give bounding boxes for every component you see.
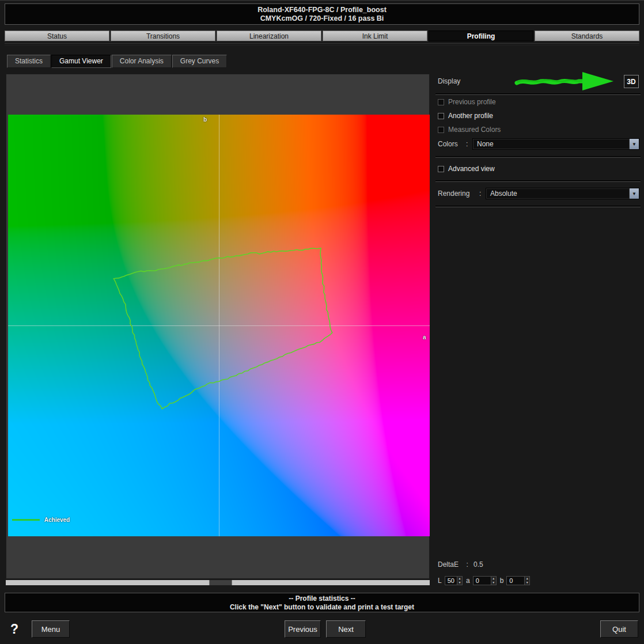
rendering-dropdown-arrow-icon[interactable]: ▼ (629, 188, 639, 199)
lab-input-row: L 50 ▲ ▼ a 0 ▲ ▼ b 0 ▲ ▼ (438, 576, 533, 585)
another-profile-label: Another profile (448, 112, 493, 120)
tab-bar-divider (5, 43, 639, 46)
another-profile-checkbox[interactable] (438, 113, 444, 119)
subtab-color-analysis[interactable]: Color Analysis (112, 55, 172, 68)
status-line1: -- Profile statistics -- (5, 594, 639, 603)
l-spin-up-icon[interactable]: ▲ (457, 577, 462, 581)
separator (435, 93, 641, 95)
l-label: L (438, 577, 442, 585)
l-spin-down-icon[interactable]: ▼ (457, 581, 462, 585)
status-bar: -- Profile statistics -- Click the "Next… (5, 593, 639, 612)
deltae-colon: : (466, 560, 468, 569)
b-input[interactable]: 0 ▲ ▼ (506, 576, 530, 585)
gamut-viewer-panel: b a Achieved (6, 74, 430, 579)
deltae-row: DeltaE : 0.5 (438, 560, 483, 569)
a-value[interactable]: 0 (473, 577, 491, 585)
view-3d-button[interactable]: 3D (624, 75, 639, 88)
tab-standards[interactable]: Standards (535, 31, 639, 41)
colors-colon: : (466, 140, 468, 148)
b-label: b (500, 577, 504, 585)
b-spinner: ▲ ▼ (524, 577, 529, 585)
tab-transitions[interactable]: Transitions (111, 31, 215, 41)
axis-b-label: b (203, 116, 207, 123)
measured-colors-checkbox[interactable] (438, 127, 444, 133)
advanced-view-checkbox-row[interactable]: Advanced view (438, 163, 495, 175)
main-tab-bar: Status Transitions Linearization Ink Lim… (5, 31, 639, 41)
help-icon[interactable]: ? (10, 622, 18, 637)
another-profile-checkbox-row[interactable]: Another profile (438, 110, 493, 122)
rendering-dropdown[interactable]: Absolute ▼ (486, 188, 639, 199)
next-button[interactable]: Next (326, 620, 366, 638)
colors-dropdown-value: None (477, 139, 494, 150)
deltae-label: DeltaE (438, 560, 459, 569)
tab-ink-limit[interactable]: Ink Limit (323, 31, 427, 41)
green-annotation-arrow-icon (514, 70, 617, 92)
rendering-colon: : (479, 190, 481, 198)
menu-button[interactable]: Menu (32, 620, 70, 638)
gamut-canvas[interactable] (8, 115, 430, 536)
colors-dropdown[interactable]: None ▼ (472, 138, 639, 150)
b-spin-down-icon[interactable]: ▼ (525, 581, 529, 585)
a-spinner: ▲ ▼ (491, 577, 496, 585)
subtab-statistics[interactable]: Statistics (7, 55, 51, 68)
sub-tab-bar: Statistics Gamut Viewer Color Analysis G… (7, 55, 227, 68)
status-line2: Click the "Next" button to validate and … (5, 603, 639, 612)
l-spinner: ▲ ▼ (457, 577, 462, 585)
colors-label: Colors (438, 140, 458, 148)
l-input[interactable]: 50 ▲ ▼ (445, 576, 463, 585)
separator (435, 180, 641, 182)
a-spin-down-icon[interactable]: ▼ (491, 581, 496, 585)
a-spin-up-icon[interactable]: ▲ (491, 577, 496, 581)
subtab-gamut-viewer[interactable]: Gamut Viewer (51, 55, 111, 68)
b-value[interactable]: 0 (507, 577, 524, 585)
advanced-view-checkbox[interactable] (438, 166, 444, 172)
measured-colors-checkbox-row[interactable]: Measured Colors (438, 124, 501, 135)
tab-profiling[interactable]: Profiling (429, 31, 533, 41)
previous-profile-checkbox-row[interactable]: Previous profile (438, 96, 496, 108)
l-value[interactable]: 50 (445, 577, 457, 585)
advanced-view-label: Advanced view (448, 165, 495, 173)
previous-button[interactable]: Previous (285, 620, 321, 638)
axis-a-label: a (423, 334, 426, 340)
title-line1: Roland-XF640-FPG-8C / Profile_boost (5, 6, 639, 14)
display-label: Display (438, 77, 460, 85)
rendering-dropdown-value: Absolute (490, 188, 517, 199)
chart-horizontal-scrollbar[interactable] (6, 580, 430, 585)
tab-status[interactable]: Status (5, 31, 109, 41)
subtab-grey-curves[interactable]: Grey Curves (172, 55, 227, 68)
profiling-app-window: { "window": { "title_line1": "Roland-XF6… (0, 0, 644, 644)
gamut-legend: Achieved (12, 517, 70, 523)
title-line2: CMYKcmOG / 720-Fixed / 16 pass Bi (5, 14, 639, 23)
a-input[interactable]: 0 ▲ ▼ (473, 576, 497, 585)
deltae-value: 0.5 (473, 560, 483, 569)
tab-linearization[interactable]: Linearization (217, 31, 321, 41)
a-label: a (466, 577, 470, 585)
measured-colors-label: Measured Colors (448, 126, 501, 134)
scrollbar-thumb[interactable] (209, 580, 232, 585)
achieved-legend-swatch (12, 519, 40, 521)
previous-profile-checkbox[interactable] (438, 99, 444, 105)
previous-profile-label: Previous profile (448, 98, 496, 106)
rendering-label: Rendering (438, 190, 469, 198)
colors-dropdown-arrow-icon[interactable]: ▼ (629, 139, 639, 149)
separator (435, 206, 641, 207)
window-title-bar: Roland-XF640-FPG-8C / Profile_boost CMYK… (5, 3, 639, 25)
b-spin-up-icon[interactable]: ▲ (525, 577, 529, 581)
separator (435, 156, 641, 158)
quit-button[interactable]: Quit (600, 620, 638, 638)
achieved-legend-label: Achieved (44, 517, 70, 523)
